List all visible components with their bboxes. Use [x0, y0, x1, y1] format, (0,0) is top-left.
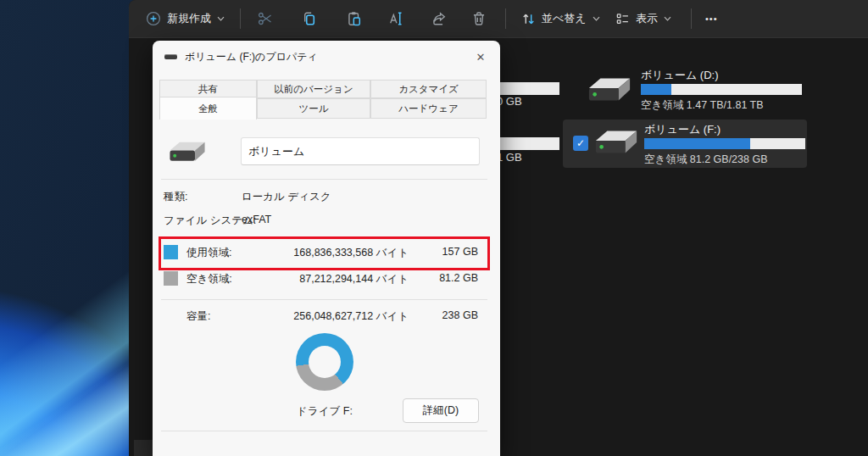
explorer-toolbar: 新規作成 — [129, 0, 868, 38]
free-space-fragment: 1 GB — [497, 151, 522, 164]
used-space-size: 157 GB — [412, 246, 478, 258]
more-options-button[interactable]: ••• — [698, 4, 725, 33]
tab-label: 全般 — [198, 103, 218, 115]
type-label: 種類: — [164, 190, 187, 204]
close-icon: ✕ — [476, 51, 486, 64]
separator — [161, 179, 487, 180]
drive-glyph-icon — [164, 54, 177, 59]
capacity-bar — [641, 84, 802, 95]
drive-free-space: 空き領域 81.2 GB/238 GB — [644, 153, 768, 167]
tab-hardware[interactable]: ハードウェア — [370, 98, 487, 119]
drive-item-f[interactable]: ✓ ボリューム (F:) 空き領域 81.2 GB/238 GB — [563, 120, 807, 168]
chevron-down-icon — [664, 16, 671, 21]
used-space-swatch — [164, 245, 178, 259]
free-space-fragment: 0 GB — [497, 95, 522, 108]
toolbar-divider — [240, 8, 241, 29]
drive-name: ボリューム (D:) — [641, 68, 719, 83]
tab-tools[interactable]: ツール — [257, 98, 370, 119]
tab-label: カスタマイズ — [398, 83, 459, 96]
paste-icon — [347, 11, 362, 26]
copy-icon — [301, 11, 316, 26]
share-icon — [431, 11, 447, 26]
dialog-titlebar[interactable]: ボリューム (F:)のプロパティ — [153, 41, 500, 73]
capacity-bar — [644, 138, 805, 149]
more-options-label: ••• — [705, 14, 718, 24]
window-edge — [134, 440, 154, 456]
tab-previous-versions[interactable]: 以前のバージョン — [257, 80, 370, 98]
new-button[interactable]: 新規作成 — [139, 4, 231, 33]
paste-button[interactable] — [338, 3, 370, 34]
sort-button-label: 並べ替え — [542, 11, 587, 26]
filesystem-value: exFAT — [242, 214, 271, 225]
hard-drive-icon — [593, 125, 639, 161]
drive-name: ボリューム (F:) — [644, 122, 721, 137]
tab-label: 以前のバージョン — [274, 83, 353, 96]
capacity-bar-fill — [641, 84, 671, 95]
tab-share[interactable]: 共有 — [159, 80, 257, 98]
screen: 新規作成 — [0, 0, 868, 456]
delete-button[interactable] — [463, 3, 495, 34]
capacity-label: 容量: — [186, 309, 210, 324]
tab-label: ツール — [298, 103, 328, 115]
separator — [161, 431, 487, 431]
separator — [161, 299, 487, 300]
dialog-title: ボリューム (F:)のプロパティ — [185, 50, 318, 64]
free-space-label: 空き領域: — [186, 272, 232, 286]
toolbar-divider — [505, 8, 506, 29]
plus-circle-icon — [146, 11, 161, 26]
rename-icon — [388, 11, 403, 26]
view-button[interactable]: 表示 — [609, 4, 678, 33]
capacity-donut — [296, 333, 353, 391]
used-space-label: 使用領域: — [186, 246, 231, 260]
view-button-label: 表示 — [636, 11, 658, 26]
tab-label: ハードウェア — [398, 103, 458, 115]
tab-customize[interactable]: カスタマイズ — [370, 80, 487, 98]
free-space-size: 81.2 GB — [412, 272, 478, 284]
properties-dialog: ボリューム (F:)のプロパティ ✕ 共有 以前のバージョン カスタマイズ ツー… — [153, 41, 500, 456]
details-button-label: 詳細(D) — [423, 403, 459, 418]
free-space-swatch — [164, 271, 178, 286]
selected-checkbox[interactable]: ✓ — [573, 136, 588, 151]
drive-letter-label: ドライブ F: — [240, 404, 409, 419]
capacity-size: 238 GB — [412, 309, 478, 321]
tab-label: 共有 — [198, 83, 218, 96]
close-button[interactable]: ✕ — [468, 45, 493, 69]
rename-button[interactable] — [380, 3, 412, 34]
sort-icon — [521, 12, 536, 26]
tab-general[interactable]: 全般 — [159, 97, 257, 120]
toolbar-divider — [691, 8, 692, 29]
details-button[interactable]: 詳細(D) — [403, 398, 479, 423]
type-value: ローカル ディスク — [242, 190, 331, 204]
cut-button[interactable] — [249, 3, 281, 34]
used-space-bytes: 168,836,333,568 バイト — [271, 246, 409, 260]
sort-button[interactable]: 並べ替え — [515, 4, 607, 33]
chevron-down-icon — [593, 16, 600, 21]
hard-drive-icon — [587, 73, 632, 108]
capacity-bar-fill — [644, 138, 750, 149]
drive-item-d[interactable]: ボリューム (D:) 空き領域 1.47 TB/1.81 TB — [565, 66, 809, 115]
drive-free-space: 空き領域 1.47 TB/1.81 TB — [641, 98, 764, 113]
new-button-label: 新規作成 — [167, 11, 211, 26]
capacity-bytes: 256,048,627,712 バイト — [271, 309, 409, 324]
share-button[interactable] — [423, 3, 455, 34]
cut-icon — [258, 11, 273, 26]
view-icon — [615, 12, 630, 26]
copy-button[interactable] — [292, 3, 325, 34]
chevron-down-icon — [217, 16, 225, 21]
trash-icon — [471, 11, 487, 26]
volume-name-input[interactable] — [241, 137, 480, 165]
check-icon: ✓ — [576, 137, 585, 149]
free-space-bytes: 87,212,294,144 バイト — [271, 272, 409, 286]
hard-drive-icon — [168, 137, 207, 168]
